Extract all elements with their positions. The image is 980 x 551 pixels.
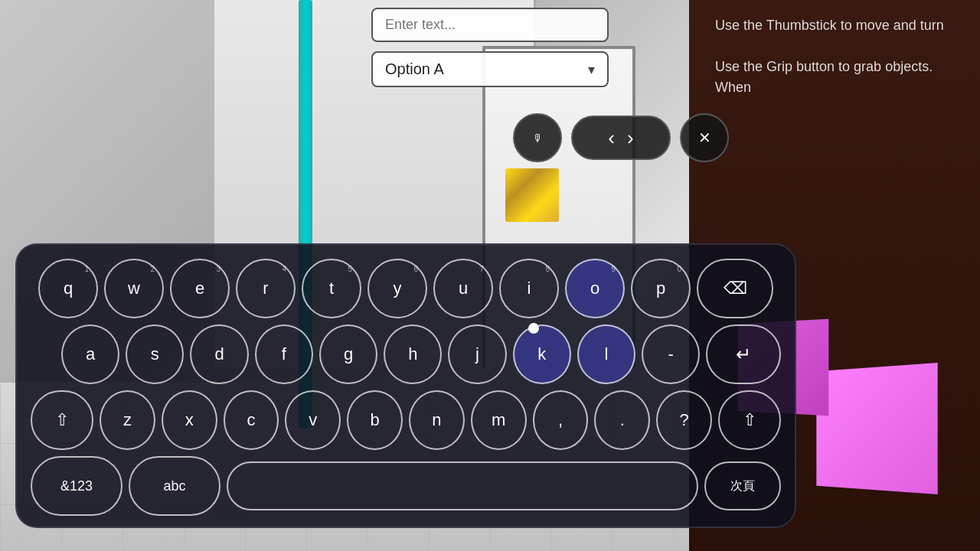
abc-button[interactable]: abc — [129, 456, 220, 516]
prev-icon: ‹ — [608, 126, 615, 150]
close-icon: ✕ — [698, 129, 711, 147]
key-period[interactable]: . — [594, 390, 650, 450]
nextpage-label: 次頁 — [730, 478, 755, 494]
help-panel: Use the Thumbstick to move and turn Use … — [697, 0, 980, 113]
symbols-label: &123 — [60, 478, 93, 494]
dropdown-value: Option A — [385, 60, 444, 78]
key-t[interactable]: 5t — [302, 259, 361, 318]
key-b[interactable]: b — [347, 390, 403, 450]
key-r[interactable]: 4r — [236, 259, 296, 318]
key-c[interactable]: c — [224, 390, 279, 450]
dropdown-container: Option A ▾ — [371, 51, 609, 87]
key-n[interactable]: n — [409, 390, 465, 450]
key-h[interactable]: h — [384, 324, 442, 384]
key-y[interactable]: 6y — [368, 259, 427, 318]
backspace-button[interactable]: ⌫ — [697, 259, 773, 318]
mic-icon: 🎙 — [533, 132, 543, 144]
pink-cube-large — [816, 363, 937, 494]
keyboard-bottom-row: &123 abc 次頁 — [31, 456, 781, 516]
text-input-container — [371, 8, 609, 42]
key-i[interactable]: 8i — [499, 259, 559, 318]
key-j[interactable]: j — [448, 324, 506, 384]
next-icon: › — [627, 126, 634, 150]
space-button[interactable] — [227, 461, 698, 510]
help-line-1: Use the Thumbstick to move and turn — [715, 15, 962, 36]
mic-button[interactable]: 🎙 — [513, 113, 562, 162]
key-q[interactable]: 1q — [38, 259, 98, 318]
close-button[interactable]: ✕ — [680, 113, 729, 162]
control-buttons-row: 🎙 ‹ › ✕ — [513, 113, 729, 162]
shift-left-button[interactable]: ⇧ — [31, 390, 93, 450]
key-s[interactable]: s — [126, 324, 184, 384]
key-v[interactable]: v — [285, 390, 341, 450]
key-z[interactable]: z — [100, 390, 155, 450]
key-x[interactable]: x — [162, 390, 217, 450]
key-a[interactable]: a — [61, 324, 119, 384]
help-line-2: Use the Grip button to grab objects. Whe… — [715, 57, 962, 98]
cursor-dot — [528, 323, 539, 334]
key-g[interactable]: g — [319, 324, 377, 384]
key-d[interactable]: d — [190, 324, 248, 384]
key-u[interactable]: 7u — [433, 259, 493, 318]
key-k[interactable]: k — [513, 324, 571, 384]
key-m[interactable]: m — [471, 390, 527, 450]
shift-right-button[interactable]: ⇧ — [718, 390, 781, 450]
keyboard-row-3: ⇧ z x c v b n m , . ? ⇧ — [31, 390, 781, 450]
keyboard-row-1: 1q 2w 3e 4r 5t 6y 7u 8i 9o 0p ⌫ — [31, 259, 781, 318]
nextpage-button[interactable]: 次頁 — [704, 461, 781, 510]
top-ui: Option A ▾ — [371, 8, 609, 87]
text-input[interactable] — [371, 8, 609, 42]
dropdown-select[interactable]: Option A ▾ — [371, 51, 609, 87]
key-f[interactable]: f — [255, 324, 313, 384]
symbols-button[interactable]: &123 — [31, 456, 122, 516]
chevron-down-icon: ▾ — [588, 61, 595, 78]
enter-button[interactable]: ↵ — [706, 324, 781, 384]
virtual-keyboard: 1q 2w 3e 4r 5t 6y 7u 8i 9o 0p ⌫ a — [15, 243, 796, 528]
key-w[interactable]: 2w — [104, 259, 164, 318]
abc-label: abc — [163, 478, 185, 494]
nav-buttons[interactable]: ‹ › — [571, 116, 671, 160]
key-e[interactable]: 3e — [170, 259, 230, 318]
key-comma[interactable]: , — [533, 390, 589, 450]
key-o[interactable]: 9o — [565, 259, 625, 318]
key-question[interactable]: ? — [656, 390, 712, 450]
gold-object — [505, 168, 559, 222]
key-dash[interactable]: - — [642, 324, 700, 384]
key-l[interactable]: l — [577, 324, 635, 384]
keyboard-row-2: a s d f g h j k l - ↵ — [31, 324, 781, 384]
key-p[interactable]: 0p — [631, 259, 691, 318]
